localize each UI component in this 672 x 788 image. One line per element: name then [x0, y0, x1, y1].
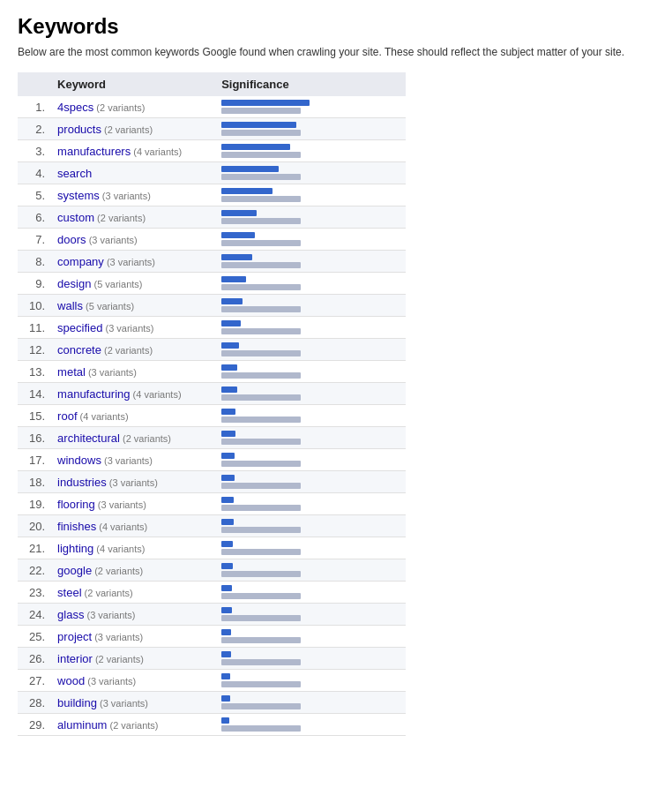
bar-row-gray [221, 659, 397, 665]
bar-row-blue [221, 210, 397, 216]
table-row: 19.flooring (3 variants) [18, 493, 406, 515]
row-keyword: design (5 variants) [49, 273, 213, 295]
bar-container [221, 453, 397, 467]
bar-row-blue [221, 431, 397, 437]
row-keyword: windows (3 variants) [49, 449, 213, 471]
keyword-link[interactable]: concrete [57, 343, 101, 356]
table-row: 21.lighting (4 variants) [18, 537, 406, 559]
table-row: 6.custom (2 variants) [18, 206, 406, 229]
keyword-variants: (2 variants) [94, 213, 146, 223]
bar-row-blue [221, 563, 397, 569]
bar-row-blue [221, 453, 397, 459]
bar-container [221, 475, 397, 489]
keyword-link[interactable]: walls [57, 299, 83, 312]
keyword-variants: (2 variants) [93, 654, 144, 664]
table-row: 1.4specs (2 variants) [18, 96, 406, 118]
row-significance [213, 295, 406, 317]
bar-blue [221, 254, 252, 260]
bar-gray [221, 196, 301, 202]
row-significance [213, 251, 406, 273]
keyword-link[interactable]: design [57, 277, 91, 290]
bar-blue [221, 386, 237, 393]
bar-container [221, 386, 397, 401]
bar-blue [221, 563, 233, 569]
keyword-link[interactable]: building [57, 696, 97, 709]
table-row: 8.company (3 variants) [18, 251, 406, 273]
bar-gray [221, 262, 301, 268]
row-significance [213, 515, 406, 537]
bar-row-gray [221, 417, 397, 423]
keyword-link[interactable]: architectural [57, 432, 120, 445]
keyword-link[interactable]: custom [57, 211, 94, 224]
table-row: 5.systems (3 variants) [18, 184, 406, 206]
keyword-variants: (2 variants) [107, 720, 158, 731]
row-number: 25. [18, 626, 49, 648]
bar-blue [221, 364, 237, 371]
bar-gray [221, 637, 301, 643]
keyword-link[interactable]: manufacturing [57, 387, 130, 401]
keyword-link[interactable]: lighting [57, 542, 93, 555]
table-row: 13.metal (3 variants) [18, 361, 406, 383]
row-significance [213, 670, 406, 692]
keyword-variants: (3 variants) [85, 676, 136, 687]
keyword-link[interactable]: roof [57, 409, 77, 423]
col-header-num [18, 72, 49, 96]
bar-container [221, 232, 397, 246]
table-row: 28.building (3 variants) [18, 692, 406, 714]
table-row: 11.specified (3 variants) [18, 317, 406, 339]
keyword-link[interactable]: doors [57, 233, 86, 246]
keyword-variants: (2 variants) [92, 566, 143, 576]
keyword-link[interactable]: search [57, 167, 92, 180]
keyword-link[interactable]: interior [57, 652, 93, 665]
bar-row-gray [221, 637, 397, 643]
bar-row-blue [221, 717, 397, 724]
bar-row-blue [221, 320, 397, 326]
bar-row-gray [221, 527, 397, 533]
keyword-link[interactable]: systems [57, 189, 100, 202]
keyword-link[interactable]: specified [57, 321, 102, 334]
row-significance [213, 383, 406, 405]
keyword-link[interactable]: flooring [57, 498, 95, 511]
row-number: 18. [18, 471, 49, 493]
keyword-link[interactable]: company [57, 255, 104, 268]
keyword-variants: (2 variants) [120, 433, 171, 444]
row-significance [213, 96, 406, 118]
keyword-link[interactable]: google [57, 564, 92, 577]
bar-row-blue [221, 122, 397, 128]
keyword-link[interactable]: finishes [57, 520, 96, 533]
keyword-link[interactable]: wood [57, 674, 85, 687]
keyword-link[interactable]: steel [57, 586, 81, 599]
keyword-link[interactable]: manufacturers [57, 145, 131, 158]
bar-container [221, 276, 397, 290]
bar-blue [221, 320, 241, 326]
bar-container [221, 409, 397, 423]
keyword-link[interactable]: industries [57, 476, 107, 489]
keyword-link[interactable]: aluminum [57, 718, 107, 732]
table-row: 17.windows (3 variants) [18, 449, 406, 471]
bar-gray [221, 703, 301, 709]
bar-gray [221, 549, 301, 555]
keyword-link[interactable]: products [57, 123, 101, 136]
bar-container [221, 100, 397, 114]
row-number: 26. [18, 648, 49, 670]
bar-container [221, 607, 397, 621]
bar-row-gray [221, 240, 397, 246]
row-keyword: manufacturing (4 variants) [49, 383, 213, 405]
row-significance [213, 714, 406, 736]
keyword-variants: (3 variants) [86, 367, 137, 378]
bar-blue [221, 519, 234, 525]
bar-container [221, 541, 397, 555]
bar-row-blue [221, 188, 397, 194]
row-number: 16. [18, 427, 49, 449]
row-keyword: company (3 variants) [49, 251, 213, 273]
keyword-link[interactable]: metal [57, 365, 86, 379]
bar-row-gray [221, 505, 397, 511]
keyword-link[interactable]: glass [57, 608, 84, 621]
bar-gray [221, 681, 301, 687]
row-significance [213, 471, 406, 493]
row-number: 3. [18, 140, 49, 162]
keyword-link[interactable]: project [57, 630, 92, 643]
bar-row-blue [221, 651, 397, 657]
keyword-link[interactable]: windows [57, 454, 101, 467]
keyword-link[interactable]: 4specs [57, 101, 93, 114]
